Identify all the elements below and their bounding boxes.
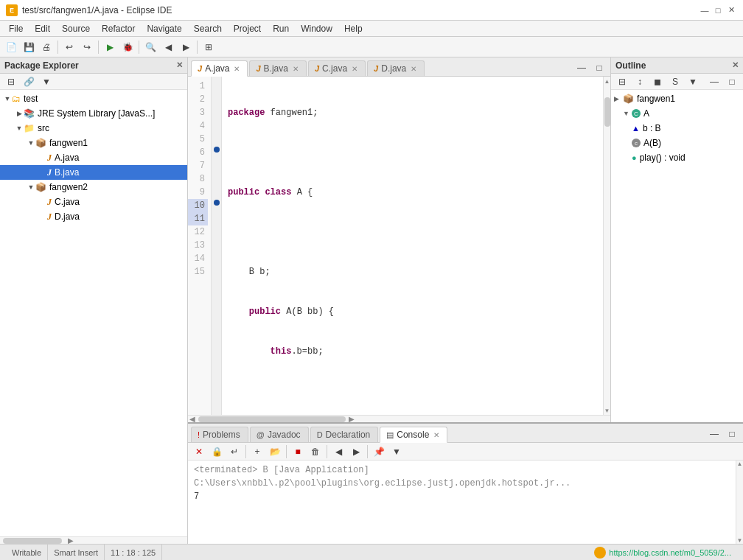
editor-minimize[interactable]: —	[573, 60, 590, 76]
a-expand: ▼	[623, 110, 632, 117]
console-menu[interactable]: ▼	[388, 444, 405, 460]
tb-back[interactable]: ◀	[160, 39, 176, 55]
console-clear[interactable]: ✕	[191, 444, 207, 460]
margin-7	[212, 156, 221, 169]
outline-maximize[interactable]: □	[724, 74, 740, 90]
pe-scroll-right[interactable]: ▶	[68, 536, 74, 544]
tab-javadoc[interactable]: @ Javadoc	[250, 427, 309, 442]
console-scroll-up[interactable]: ▲	[737, 461, 743, 467]
tb-print[interactable]: 🖨	[38, 39, 55, 55]
outline-b-field[interactable]: ▲ b : B	[611, 121, 743, 136]
code-editor[interactable]: package fangwen1; public class A { B b; …	[222, 77, 603, 415]
menu-search[interactable]: Search	[188, 22, 228, 35]
minimize-button[interactable]: —	[699, 4, 711, 16]
outline-a-constructor[interactable]: c A(B)	[611, 136, 743, 150]
tree-item-test[interactable]: ▼ 🗂 test	[0, 91, 187, 106]
editor-outline-row: J A.java ✕ J B.java ✕ J C.java ✕	[188, 57, 743, 422]
outline-hide-static[interactable]: S	[667, 74, 683, 90]
tb-search[interactable]: 🔍	[142, 39, 158, 55]
tab-bjava[interactable]: J B.java ✕	[249, 60, 306, 76]
console-scroll-down[interactable]: ▼	[737, 537, 743, 544]
bjava-tab-close[interactable]: ✕	[293, 65, 299, 73]
close-button[interactable]: ✕	[725, 4, 737, 16]
scroll-down-arrow[interactable]: ▼	[604, 406, 611, 415]
outline-minimize[interactable]: —	[706, 74, 722, 90]
djava-tab-close[interactable]: ✕	[411, 65, 416, 73]
fw1-expand: ▶	[614, 95, 623, 102]
margin-4	[212, 116, 221, 130]
tb-save[interactable]: 💾	[21, 39, 37, 55]
tree-item-jre[interactable]: ▶ 📚 JRE System Library [JavaS...]	[0, 106, 187, 121]
menu-source[interactable]: Source	[56, 22, 96, 35]
tab-problems[interactable]: ! Problems	[191, 427, 248, 442]
editor-vscrollbar[interactable]: ▲ ▼	[603, 77, 610, 415]
tab-ajava[interactable]: J A.java ✕	[191, 60, 248, 77]
outline-sort[interactable]: ↕	[632, 74, 648, 90]
tree-item-cjava[interactable]: J C.java	[0, 195, 187, 209]
console-tab-close[interactable]: ✕	[433, 431, 439, 439]
tree-item-fangwen1[interactable]: ▼ 📦 fangwen1	[0, 136, 187, 150]
pe-link[interactable]: 🔗	[21, 74, 37, 90]
cjava-tab-icon: J	[315, 64, 319, 73]
console-new[interactable]: +	[249, 444, 265, 460]
outline-close[interactable]: ✕	[732, 60, 739, 70]
tb-perspectives[interactable]: ⊞	[200, 39, 217, 55]
menu-refactor[interactable]: Refactor	[96, 22, 141, 35]
outline-collapse[interactable]: ⊟	[614, 74, 630, 90]
outline-play-method[interactable]: ● play() : void	[611, 150, 743, 165]
cjava-tab-close[interactable]: ✕	[352, 65, 357, 73]
bottom-minimize[interactable]: —	[706, 426, 722, 442]
tb-redo[interactable]: ↪	[79, 39, 95, 55]
editor-hscrollbar[interactable]: ◀ ▶	[188, 415, 610, 422]
tab-djava[interactable]: J D.java ✕	[367, 60, 425, 76]
tab-cjava[interactable]: J C.java ✕	[308, 60, 366, 76]
tab-declaration[interactable]: D Declaration	[310, 427, 379, 442]
fw1-pkg-icon: 📦	[623, 94, 634, 104]
menu-navigate[interactable]: Navigate	[141, 22, 187, 35]
menu-file[interactable]: File	[3, 22, 29, 35]
tb-undo[interactable]: ↩	[61, 39, 77, 55]
maximize-button[interactable]: □	[712, 4, 724, 16]
console-pin[interactable]: 📌	[371, 444, 387, 460]
package-explorer-close[interactable]: ✕	[176, 60, 183, 70]
console-word-wrap[interactable]: ↵	[226, 444, 243, 460]
ajava-tab-close[interactable]: ✕	[234, 65, 240, 73]
tree-item-djava[interactable]: J D.java	[0, 209, 187, 224]
menu-run[interactable]: Run	[267, 22, 295, 35]
tb-debug[interactable]: 🐞	[119, 39, 136, 55]
hscroll-left-arrow[interactable]: ◀	[189, 415, 195, 422]
console-scroll-lock[interactable]: 🔒	[209, 444, 225, 460]
menu-window[interactable]: Window	[295, 22, 338, 35]
pe-menu[interactable]: ▼	[38, 74, 55, 90]
bottom-maximize[interactable]: □	[724, 426, 740, 442]
console-open-file[interactable]: 📂	[267, 444, 283, 460]
console-remove[interactable]: 🗑	[307, 444, 324, 460]
editor-maximize[interactable]: □	[591, 60, 607, 76]
console-next[interactable]: ▶	[348, 444, 364, 460]
insert-mode-label: Smart Insert	[54, 548, 98, 557]
console-vscrollbar[interactable]: ▲ ▼	[736, 461, 743, 544]
tree-item-fangwen2[interactable]: ▼ 📦 fangwen2	[0, 180, 187, 195]
console-terminate[interactable]: ■	[290, 444, 306, 460]
pe-collapse-all[interactable]: ⊟	[3, 74, 19, 90]
tb-run[interactable]: ▶	[102, 39, 118, 55]
console-prev[interactable]: ◀	[330, 444, 346, 460]
menu-help[interactable]: Help	[338, 22, 369, 35]
tb-new[interactable]: 📄	[3, 39, 19, 55]
tree-item-bjava[interactable]: J B.java	[0, 165, 187, 180]
tab-console[interactable]: ▤ Console ✕	[380, 427, 447, 443]
outline-a-class[interactable]: ▼ C A	[611, 106, 743, 121]
scroll-up-arrow[interactable]: ▲	[604, 77, 611, 85]
pe-hscrollbar[interactable]: ▶	[0, 536, 187, 544]
hscroll-right-arrow[interactable]: ▶	[349, 415, 355, 422]
tb-forward[interactable]: ▶	[178, 39, 194, 55]
tree-item-src[interactable]: ▼ 📁 src	[0, 121, 187, 136]
menu-project[interactable]: Project	[228, 22, 267, 35]
console-output[interactable]: <terminated> B [Java Application] C:\Use…	[188, 461, 736, 544]
outline-fangwen1[interactable]: ▶ 📦 fangwen1	[611, 91, 743, 106]
outline-menu[interactable]: ▼	[685, 74, 701, 90]
window-controls[interactable]: — □ ✕	[699, 4, 737, 16]
outline-hide-fields[interactable]: ◼	[649, 74, 666, 90]
tree-item-ajava[interactable]: J A.java	[0, 150, 187, 165]
menu-edit[interactable]: Edit	[29, 22, 56, 35]
